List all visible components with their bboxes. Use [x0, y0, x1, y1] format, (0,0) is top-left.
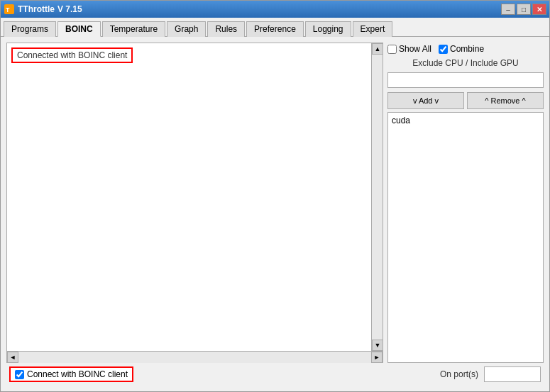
combine-checkbox[interactable] [439, 45, 448, 54]
combine-row: Combine [439, 44, 484, 54]
scroll-right-button[interactable]: ► [371, 352, 383, 363]
maximize-button[interactable]: □ [517, 4, 531, 15]
scroll-up-button[interactable]: ▲ [372, 43, 383, 55]
port-input[interactable] [484, 366, 541, 382]
combine-label: Combine [450, 44, 484, 54]
connect-boinc-label: Connect with BOINC client [27, 369, 128, 379]
show-all-row: Show All [387, 44, 431, 54]
app-icon: T [4, 4, 15, 15]
connect-boinc-checkbox[interactable] [15, 370, 24, 379]
on-ports-label: On port(s) [440, 369, 478, 379]
tab-temperature[interactable]: Temperature [102, 21, 165, 37]
show-all-checkbox[interactable] [387, 45, 397, 54]
options-row: Show All Combine [387, 43, 544, 55]
main-area: Connected with BOINC client ▲ ▼ ◄ ► [6, 43, 544, 363]
add-remove-row: v Add v ^ Remove ^ [387, 92, 544, 109]
tab-graph[interactable]: Graph [167, 21, 206, 37]
gpu-list-box[interactable]: cuda [387, 112, 544, 363]
scroll-left-button[interactable]: ◄ [7, 352, 18, 363]
minimize-button[interactable]: – [501, 4, 515, 15]
tab-boinc[interactable]: BOINC [57, 21, 101, 37]
exclude-input[interactable] [387, 72, 544, 88]
exclude-section-label: Exclude CPU / Include GPU [387, 58, 544, 68]
remove-button[interactable]: ^ Remove ^ [467, 92, 544, 109]
bottom-bar: Connect with BOINC client On port(s) [6, 363, 544, 386]
title-controls: – □ ✕ [501, 4, 546, 15]
tab-preference[interactable]: Preference [246, 21, 304, 37]
vertical-scrollbar[interactable]: ▲ ▼ [371, 43, 383, 351]
main-window: T TThrottle V 7.15 – □ ✕ Programs BOINC … [0, 0, 550, 392]
content-area: Connected with BOINC client ▲ ▼ ◄ ► [1, 37, 549, 391]
svg-text:T: T [6, 6, 10, 13]
tab-programs[interactable]: Programs [4, 21, 56, 37]
title-bar-left: T TThrottle V 7.15 [4, 4, 82, 15]
title-bar: T TThrottle V 7.15 – □ ✕ [1, 1, 549, 18]
add-button[interactable]: v Add v [387, 92, 464, 109]
scroll-track-vertical[interactable] [372, 55, 383, 340]
horizontal-scrollbar-container: ◄ ► [7, 351, 383, 362]
app-title: TThrottle [18, 4, 55, 14]
connected-label: Connected with BOINC client [11, 47, 133, 63]
close-button[interactable]: ✕ [532, 4, 546, 15]
connect-checkbox-container: Connect with BOINC client [9, 366, 133, 382]
app-version: V 7.15 [57, 4, 82, 14]
list-item: cuda [390, 115, 541, 126]
left-panel: Connected with BOINC client ▲ ▼ ◄ ► [6, 43, 383, 363]
right-panel: Show All Combine Exclude CPU / Include G… [387, 43, 544, 363]
scroll-down-button[interactable]: ▼ [372, 340, 383, 351]
show-all-label: Show All [399, 44, 431, 54]
tab-logging[interactable]: Logging [305, 21, 351, 37]
tabs-bar: Programs BOINC Temperature Graph Rules P… [1, 18, 549, 37]
left-panel-inner: Connected with BOINC client ▲ ▼ [7, 43, 383, 351]
scroll-track-horizontal[interactable] [18, 352, 371, 363]
tab-expert[interactable]: Expert [353, 21, 393, 37]
tab-rules[interactable]: Rules [207, 21, 245, 37]
